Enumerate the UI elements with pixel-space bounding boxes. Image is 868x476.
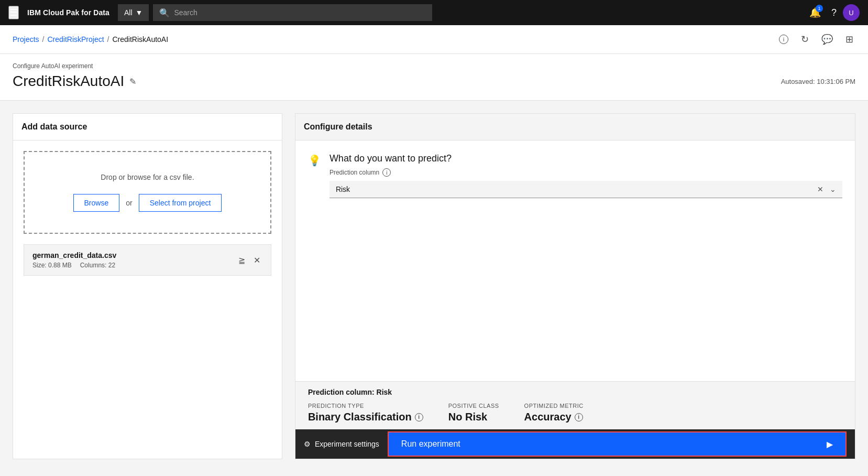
help-button[interactable]: ? (827, 3, 841, 23)
bottom-summary: Prediction column: Risk PREDICTION TYPE … (295, 381, 855, 429)
prediction-select-icons: ✕ ⌄ (817, 185, 836, 193)
chevron-down-icon: ▼ (136, 8, 143, 17)
prediction-column-select[interactable]: Risk ✕ ⌄ (329, 181, 842, 198)
notification-badge: 1 (816, 5, 823, 12)
file-settings-button[interactable]: ≧ (236, 253, 247, 267)
optimized-metric-label: OPTIMIZED METRIC (524, 403, 584, 409)
edit-icon: ✎ (129, 77, 136, 86)
summary-positive-class: POSITIVE CLASS No Risk (448, 403, 499, 423)
breadcrumb-project[interactable]: CreditRiskProject (47, 35, 104, 44)
topnav-actions: 🔔 1 ? U (805, 3, 860, 23)
breadcrumb-separator-1: / (42, 35, 45, 44)
search-icon: 🔍 (159, 8, 170, 18)
main-content: Add data source Drop or browse for a csv… (0, 101, 868, 472)
play-icon: ▶ (827, 439, 833, 449)
comment-icon: 💬 (821, 34, 833, 45)
prediction-type-info-icon[interactable]: i (415, 413, 423, 421)
left-panel: Add data source Drop or browse for a csv… (13, 113, 282, 459)
prediction-value: Risk (336, 185, 350, 193)
breadcrumb-separator-2: / (107, 35, 109, 44)
page-header: Configure AutoAI experiment CreditRiskAu… (0, 54, 868, 101)
experiment-bar: ⚙ Experiment settings Run experiment ▶ (295, 429, 855, 459)
search-filter-button[interactable]: All ▼ (118, 4, 149, 21)
summary-optimized-metric: OPTIMIZED METRIC Accuracy i (524, 403, 584, 423)
or-separator: or (126, 199, 132, 207)
file-remove-button[interactable]: ✕ (251, 253, 262, 267)
optimized-metric-value: Accuracy i (524, 411, 584, 423)
right-panel-header: Configure details (295, 114, 855, 140)
prediction-column-info-icon[interactable]: i (382, 168, 391, 177)
optimized-metric-info-icon[interactable]: i (575, 413, 583, 421)
grid-action-button[interactable]: ⊞ (843, 31, 855, 47)
user-avatar[interactable]: U (843, 4, 860, 21)
left-panel-header: Add data source (13, 114, 282, 140)
summary-prediction-column: Prediction column: Risk (308, 388, 842, 396)
summary-grid: PREDICTION TYPE Binary Classification i … (308, 403, 842, 423)
configure-body: 💡 What do you want to predict? Predictio… (295, 140, 855, 381)
search-container: 🔍 (153, 4, 432, 21)
edit-title-button[interactable]: ✎ (129, 77, 136, 86)
history-action-button[interactable]: ↻ (799, 31, 811, 47)
page-title: CreditRiskAutoAI (13, 73, 124, 90)
file-actions: ≧ ✕ (236, 253, 262, 267)
lightbulb-icon: 💡 (308, 154, 321, 167)
breadcrumb-actions: i ↻ 💬 ⊞ (777, 31, 855, 47)
breadcrumb-current: CreditRiskAutoAI (113, 35, 169, 44)
app-brand: IBM Cloud Pak for Data (27, 8, 109, 17)
browse-button[interactable]: Browse (73, 194, 120, 212)
file-item: german_credit_data.csv Size: 0.88 MB Col… (24, 244, 271, 276)
hamburger-menu-button[interactable]: ☰ (8, 6, 19, 19)
predict-content: What do you want to predict? Prediction … (329, 153, 842, 198)
autosaved-label: Autosaved: 10:31:06 PM (781, 78, 855, 85)
prediction-column-label: Prediction column i (329, 168, 842, 177)
info-icon: i (779, 35, 788, 44)
prediction-type-value: Binary Classification i (308, 411, 423, 423)
breadcrumb-bar: Projects / CreditRiskProject / CreditRis… (0, 25, 868, 54)
notification-button[interactable]: 🔔 1 (805, 3, 825, 23)
drop-zone: Drop or browse for a csv file. Browse or… (24, 151, 271, 234)
gear-icon: ⚙ (304, 440, 311, 448)
file-info: german_credit_data.csv Size: 0.88 MB Col… (32, 251, 116, 269)
positive-class-value: No Risk (448, 411, 499, 423)
page-title-group: CreditRiskAutoAI ✎ (13, 73, 136, 90)
run-experiment-button[interactable]: Run experiment ▶ (388, 431, 847, 457)
info-action-button[interactable]: i (777, 33, 790, 46)
settings-icon: ≧ (238, 255, 245, 265)
page-subtitle: Configure AutoAI experiment (13, 62, 855, 70)
positive-class-label: POSITIVE CLASS (448, 403, 499, 409)
file-meta: Size: 0.88 MB Columns: 22 (32, 262, 116, 269)
drop-zone-text: Drop or browse for a csv file. (101, 173, 194, 181)
summary-prediction-type: PREDICTION TYPE Binary Classification i (308, 403, 423, 423)
experiment-settings-button[interactable]: ⚙ Experiment settings (304, 440, 379, 448)
search-area: All ▼ 🔍 (118, 4, 432, 21)
clear-icon[interactable]: ✕ (817, 185, 823, 193)
select-from-project-button[interactable]: Select from project (139, 194, 222, 212)
grid-icon: ⊞ (845, 34, 853, 45)
comment-action-button[interactable]: 💬 (819, 31, 835, 47)
help-icon: ? (831, 7, 837, 18)
file-columns: Columns: 22 (80, 262, 115, 269)
right-panel: Configure details 💡 What do you want to … (295, 113, 855, 459)
predict-section: 💡 What do you want to predict? Predictio… (308, 153, 842, 198)
drop-zone-actions: Browse or Select from project (73, 194, 222, 212)
predict-title: What do you want to predict? (329, 153, 842, 164)
breadcrumb-projects[interactable]: Projects (13, 35, 39, 44)
prediction-type-label: PREDICTION TYPE (308, 403, 423, 409)
file-name: german_credit_data.csv (32, 251, 116, 259)
close-icon: ✕ (254, 255, 260, 265)
top-navigation: ☰ IBM Cloud Pak for Data All ▼ 🔍 🔔 1 ? U (0, 0, 868, 25)
chevron-down-icon[interactable]: ⌄ (830, 185, 836, 193)
search-input[interactable] (174, 8, 426, 17)
history-icon: ↻ (801, 34, 809, 45)
file-size: Size: 0.88 MB (32, 262, 72, 269)
breadcrumb: Projects / CreditRiskProject / CreditRis… (13, 35, 168, 44)
